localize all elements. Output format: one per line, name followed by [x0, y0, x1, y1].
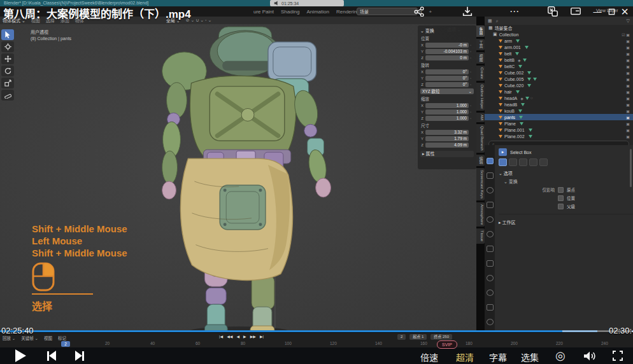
timeline-view-menu[interactable]: 视图	[44, 335, 52, 341]
visibility-icon[interactable]: ▣	[626, 102, 630, 107]
episodes-button[interactable]: 选集	[521, 351, 539, 363]
keying-menu[interactable]: 关键帧 ⌄	[21, 335, 38, 341]
particle-properties-tab[interactable]	[487, 275, 494, 281]
properties-collapsed-panel[interactable]: ▸ 属性	[420, 151, 474, 157]
workspace-tab[interactable]: Animation	[306, 9, 329, 15]
outliner-row-scene-collection[interactable]: ▦ 场景集合	[485, 25, 633, 31]
tab-tissue[interactable]: Tissue	[476, 228, 485, 243]
playback-menu[interactable]: 回放 ⌄	[3, 335, 15, 341]
visibility-icon[interactable]: ▣	[626, 77, 630, 81]
scene-properties-tab[interactable]	[487, 216, 494, 223]
lock-icon[interactable]: ◦	[470, 50, 474, 53]
tool-mode-icon[interactable]	[539, 158, 548, 166]
lock-icon[interactable]: ◦	[470, 104, 474, 108]
outliner-row[interactable]: headA◈◌▣	[485, 95, 633, 101]
outliner-row-collection[interactable]: ▣ Collection ☑ ▣	[485, 31, 633, 38]
dimension-y-field[interactable]: 1.79 m	[425, 136, 469, 141]
tab-item[interactable]: 条目	[476, 25, 485, 37]
rotation-x-field[interactable]: 0°	[425, 69, 469, 74]
tab-outline-helper[interactable]: Outline Helper	[476, 83, 485, 111]
tool-mode-icon[interactable]	[529, 158, 537, 166]
move-tool-button[interactable]	[1, 53, 14, 64]
measure-tool-button[interactable]	[1, 90, 14, 101]
tab-view[interactable]: 视图	[476, 52, 485, 64]
outliner-row-selected[interactable]: pants▣	[485, 114, 633, 120]
close-icon[interactable]: ×	[616, 5, 633, 18]
outliner-row[interactable]: arm▣	[485, 38, 633, 44]
tool-mode-icon[interactable]	[509, 158, 517, 166]
tool-mode-icon[interactable]	[519, 158, 527, 166]
outliner-row[interactable]: Cube.020▣	[485, 82, 633, 88]
tool-mode-icon[interactable]	[499, 158, 507, 166]
view-layer-properties-tab[interactable]	[487, 202, 494, 208]
subtitles-button[interactable]: 字幕	[489, 351, 507, 363]
tab-am[interactable]: AM	[476, 113, 485, 122]
transform-subsection-header[interactable]: ⌄ 变换	[504, 178, 633, 185]
next-episode-button[interactable]	[75, 351, 84, 361]
play-button-timeline[interactable]: ▶	[243, 334, 246, 339]
tab-tool[interactable]: 工具	[476, 39, 485, 50]
workspace-tab[interactable]: ure Paint	[253, 9, 274, 15]
location-x-field[interactable]: -0 m	[425, 43, 469, 48]
jump-to-start-button[interactable]: |◀	[219, 334, 223, 339]
rotation-y-field[interactable]: 0°	[425, 76, 469, 81]
scale-x-field[interactable]: 1.000	[425, 103, 469, 108]
current-frame-field[interactable]: 2	[397, 334, 406, 340]
object-properties-tab[interactable]	[487, 246, 494, 252]
tab-edit[interactable]: 编辑	[476, 155, 485, 166]
outliner-row[interactable]: kouB▣	[485, 108, 633, 114]
lock-icon[interactable]: ◦	[470, 70, 474, 74]
quality-button[interactable]: 超清	[456, 351, 474, 363]
tool-properties-tab[interactable]	[487, 158, 494, 164]
outliner-row[interactable]: beltB◈▣	[485, 57, 633, 63]
options-section-header[interactable]: ⌄ 选项	[499, 170, 633, 176]
jump-to-end-button[interactable]: ▶|	[260, 334, 264, 339]
visibility-icon[interactable]: ▣	[626, 52, 630, 56]
search-icon[interactable]: ⌕	[496, 18, 499, 24]
scrollbar[interactable]	[630, 149, 632, 187]
fullscreen-icon[interactable]	[613, 351, 623, 363]
outliner-row[interactable]: Cube.005▣	[485, 76, 633, 82]
physics-properties-tab[interactable]	[487, 290, 494, 296]
filter-icon[interactable]: ▽	[627, 18, 630, 24]
outliner-row[interactable]: Plane.001▣	[485, 127, 633, 133]
progress-bar[interactable]	[0, 330, 633, 332]
editor-type-icon[interactable]: ▦	[488, 18, 492, 24]
visibility-icon[interactable]: ▣	[626, 128, 630, 132]
world-properties-tab[interactable]	[487, 231, 494, 237]
outliner-row[interactable]: hair▣	[485, 88, 633, 95]
scale-tool-button[interactable]	[1, 78, 14, 88]
scale-z-field[interactable]: 1.000	[425, 116, 469, 121]
tab-create[interactable]: Create	[476, 66, 485, 81]
constraint-properties-tab[interactable]	[487, 304, 494, 311]
volume-icon[interactable]	[583, 351, 597, 364]
collection-checkbox[interactable]: ☑ ▣	[622, 32, 630, 37]
tab-quad-remesh[interactable]: Quad Remesh	[476, 124, 485, 153]
timeline-ticks[interactable]: 20 40 60 80 100 120 140 160 180 200 220 …	[0, 341, 633, 347]
visibility-icon[interactable]: ▣	[626, 90, 630, 94]
workspace-tab-add[interactable]: +	[429, 9, 432, 15]
frame-start-field[interactable]: 起点 1	[409, 334, 427, 340]
cast-icon[interactable]	[568, 5, 583, 18]
visibility-icon[interactable]: ▣	[626, 109, 630, 113]
lock-icon[interactable]: ◦	[470, 56, 474, 60]
dimension-x-field[interactable]: 3.32 m	[425, 130, 469, 135]
visibility-icon[interactable]: ▣	[626, 115, 630, 120]
outliner-row[interactable]: Plane.002▣	[485, 133, 633, 139]
rotation-mode-dropdown[interactable]: XYZ 欧拉⌄	[420, 88, 474, 94]
minimize-icon[interactable]: —	[590, 5, 605, 18]
select-box-tool-button[interactable]	[1, 29, 14, 40]
visibility-icon[interactable]: ▣	[626, 122, 630, 126]
marker-menu[interactable]: 标记	[58, 335, 66, 341]
visibility-icon[interactable]: ▣	[626, 71, 630, 75]
lock-icon[interactable]: ◦	[470, 110, 474, 114]
more-icon[interactable]: ⋯	[507, 5, 522, 18]
origins-checkbox[interactable]	[558, 187, 564, 193]
play-reverse-button[interactable]: ◀	[236, 334, 239, 339]
prev-keyframe-button[interactable]: ◀◀	[227, 334, 232, 339]
render-properties-tab[interactable]	[487, 172, 494, 179]
scene-selector[interactable]: 场景	[357, 8, 418, 15]
frame-end-field[interactable]: 终点 250	[430, 334, 452, 340]
scale-y-field[interactable]: 1.000	[425, 109, 469, 115]
cursor-tool-button[interactable]	[1, 41, 14, 52]
